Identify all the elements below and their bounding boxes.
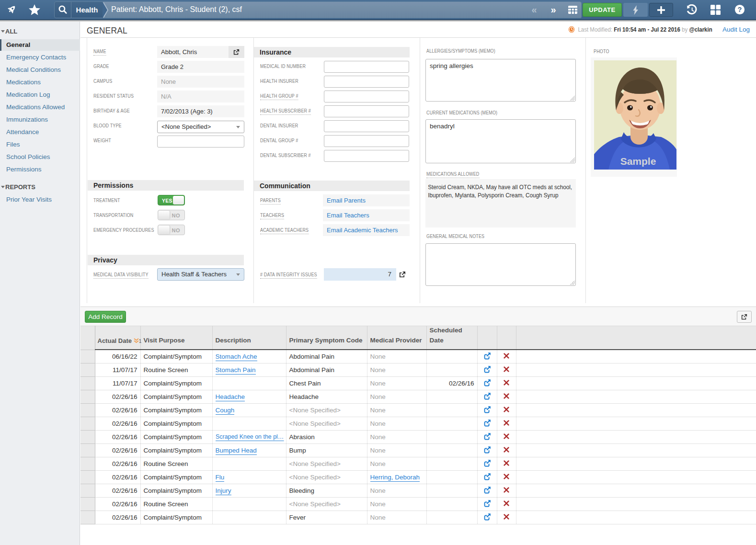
svg-text:?: ? — [738, 6, 742, 13]
svg-text:Sample: Sample — [620, 156, 656, 167]
